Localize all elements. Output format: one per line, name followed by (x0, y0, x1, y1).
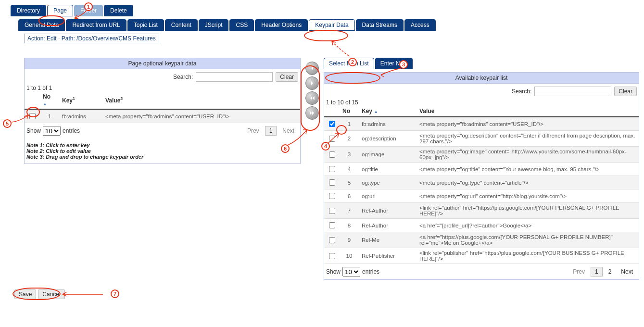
right-row-checkbox[interactable] (329, 121, 335, 127)
left-page-1-button[interactable]: 1 (265, 126, 277, 136)
annotation-number-5: 5 (3, 119, 12, 128)
annotation-number-1: 1 (84, 2, 93, 11)
left-col-key[interactable]: Key (62, 97, 73, 104)
subtab-css[interactable]: CSS (229, 19, 254, 31)
right-row-value[interactable]: <meta property="og:title" content="Your … (417, 163, 639, 176)
annotation-number-7: 7 (111, 289, 119, 298)
left-prev-button[interactable]: Prev (243, 126, 263, 135)
left-search-input[interactable] (196, 72, 273, 82)
right-row-no: 10 (340, 248, 359, 264)
right-row-value[interactable]: <link rel="author" href="https://plus.go… (417, 203, 639, 219)
right-page-2-button[interactable]: 2 (605, 267, 616, 276)
table-row: 1fb:admins<meta property="fb:admins" con… (324, 117, 639, 131)
table-row: 3og:image<meta property="og:image" conte… (324, 147, 639, 163)
left-search-label: Search: (173, 74, 193, 80)
right-row-no: 4 (340, 163, 359, 176)
subtab-access[interactable]: Access (404, 19, 436, 31)
right-row-key[interactable]: Rel-Author (359, 219, 417, 232)
right-row-checkbox[interactable] (329, 237, 335, 243)
right-search-input[interactable] (534, 87, 611, 96)
subtab-keypair-data[interactable]: Keypair Data (309, 19, 354, 31)
right-row-key[interactable]: Rel-Author (359, 203, 417, 219)
right-row-checkbox[interactable] (329, 166, 335, 172)
right-col-key[interactable]: Key (362, 108, 372, 114)
right-row-no: 5 (340, 176, 359, 189)
right-row-checkbox[interactable] (329, 193, 335, 199)
table-row: 8Rel-Author<a href="[profile_url]?rel=au… (324, 219, 639, 232)
table-row: 2og:description<meta property="og:descri… (324, 131, 639, 147)
subtab-content[interactable]: Content (165, 19, 198, 31)
left-next-button[interactable]: Next (278, 126, 298, 135)
cancel-button[interactable]: Cancel (38, 289, 64, 299)
tab-delete[interactable]: Delete (104, 5, 133, 16)
left-panel: Page optional keypair data Search: Clear… (24, 58, 301, 164)
right-row-value[interactable]: <meta property="og:type" content="articl… (417, 176, 639, 189)
right-tabbar: Select from List Enter New (324, 58, 639, 69)
right-pagesize-select[interactable]: 10 (342, 267, 360, 277)
right-row-value[interactable]: <meta property="og:url" content="http://… (417, 189, 639, 203)
right-row-key[interactable]: og:title (359, 163, 417, 176)
right-row-no: 2 (340, 131, 359, 147)
subtab-data-streams[interactable]: Data Streams (356, 19, 404, 31)
right-row-value[interactable]: <meta property="fb:admins" content="USER… (417, 117, 639, 131)
right-row-checkbox[interactable] (329, 208, 335, 214)
right-row-checkbox[interactable] (329, 253, 335, 259)
subtab-topic-list[interactable]: Topic List (127, 19, 164, 31)
tab-page[interactable]: Page (47, 5, 73, 16)
right-row-key[interactable]: og:image (359, 147, 417, 163)
right-row-no: 3 (340, 147, 359, 163)
left-row-checkbox[interactable] (29, 113, 36, 119)
right-row-value[interactable]: <a href="https://plus.google.com/[YOUR P… (417, 232, 639, 248)
right-row-key[interactable]: og:description (359, 131, 417, 147)
left-entries-label: entries (63, 127, 80, 134)
right-clear-button[interactable]: Clear (614, 87, 637, 96)
left-col-value[interactable]: Value (105, 97, 120, 104)
right-row-key[interactable]: og:type (359, 176, 417, 189)
right-row-value[interactable]: <meta property="og:description" content=… (417, 131, 639, 147)
sub-tabbar: General Data Redirect from URL Topic Lis… (5, 19, 639, 31)
right-prev-button[interactable]: Prev (569, 267, 589, 276)
right-row-key[interactable]: Rel-Me (359, 232, 417, 248)
right-row-value[interactable]: <meta property="og:image" content="http:… (417, 147, 639, 163)
subtab-jscript[interactable]: JScript (199, 19, 229, 31)
left-clear-button[interactable]: Clear (276, 72, 298, 82)
left-count-label: 1 to 1 of 1 (25, 85, 300, 91)
right-panel: Available keypair list Search: Clear 1 t… (324, 72, 639, 280)
right-col-no[interactable]: No (342, 108, 350, 114)
right-row-checkbox[interactable] (329, 151, 335, 158)
transfer-column (305, 58, 319, 120)
right-row-checkbox[interactable] (329, 179, 335, 186)
right-show-label: Show (326, 268, 341, 275)
left-row-value[interactable]: <meta property="fb:admins" content="USER… (102, 109, 300, 123)
annotation-number-3: 3 (399, 60, 408, 69)
move-left-button[interactable] (305, 62, 319, 75)
left-show-label: Show (26, 127, 41, 134)
right-row-value[interactable]: <link rel="publisher" href="https://plus… (417, 248, 639, 264)
right-next-button[interactable]: Next (617, 267, 637, 276)
left-row-key[interactable]: fb:admins (59, 109, 102, 123)
right-row-checkbox[interactable] (329, 136, 335, 142)
move-right-button[interactable] (305, 76, 319, 90)
left-col-no[interactable]: No (43, 93, 51, 100)
right-row-key[interactable]: og:url (359, 189, 417, 203)
table-row: 10Rel-Publisher<link rel="publisher" hre… (324, 248, 639, 264)
right-col-value[interactable]: Value (419, 108, 434, 114)
tab-directory[interactable]: Directory (11, 5, 46, 16)
right-row-value[interactable]: <a href="[profile_url]?rel=author">Googl… (417, 219, 639, 232)
subtab-redirect-from-url[interactable]: Redirect from URL (66, 19, 126, 31)
move-all-left-button[interactable] (305, 91, 319, 105)
save-button[interactable]: Save (14, 289, 36, 299)
subtab-header-options[interactable]: Header Options (255, 19, 308, 31)
annotation-number-2: 2 (348, 58, 357, 66)
left-pagesize-select[interactable]: 10 (43, 126, 61, 136)
subtab-general-data[interactable]: General Data (18, 19, 65, 31)
breadcrumb-path: Action: Edit · Path: /Docs/Overview/CMS … (24, 34, 159, 43)
right-row-key[interactable]: fb:admins (359, 117, 417, 131)
right-page-1-button[interactable]: 1 (591, 267, 603, 277)
right-search-label: Search: (512, 88, 531, 95)
right-row-checkbox[interactable] (329, 222, 335, 228)
annotation-number-4: 4 (321, 142, 330, 151)
left-notes: Note 1: Click to enter key Note 2: Click… (25, 138, 300, 164)
right-row-key[interactable]: Rel-Publisher (359, 248, 417, 264)
move-all-right-button[interactable] (305, 106, 319, 120)
